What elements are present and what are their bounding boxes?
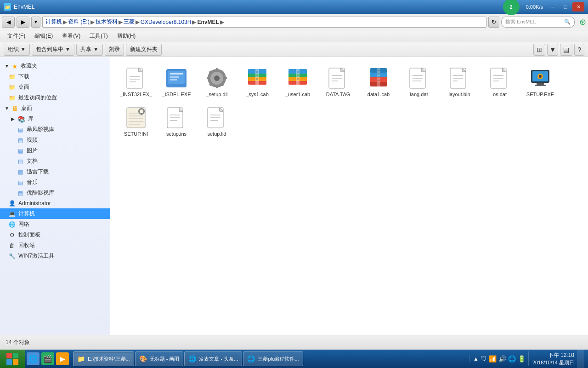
chevron-down-icon2: ▼ — [5, 106, 9, 111]
view-details-button[interactable]: ▼ — [547, 44, 558, 56]
sidebar: ▼ ★ 收藏夹 📁 下载 📁 桌面 📁 最近访问的位置 ▼ 🖥 桌面 ▶ 📚 库 — [0, 57, 110, 335]
pictures-icon: ▤ — [17, 147, 24, 155]
file-item[interactable]: _setup.dll — [198, 64, 235, 100]
clock-date: 2018/10/14 星期日 — [532, 359, 574, 366]
menu-edit[interactable]: 编辑(E) — [30, 31, 57, 41]
breadcrumb-gxdev[interactable]: GXDeveloper8.103H — [141, 19, 192, 25]
tray-network-icon[interactable]: 🌐 — [508, 355, 516, 362]
sidebar-library-group[interactable]: ▶ 📚 库 — [0, 114, 110, 124]
quick-launch-media[interactable]: 🎬 — [41, 352, 54, 365]
desktop-group-icon: 🖥 — [12, 105, 18, 112]
tray-security-icon[interactable]: 🛡 — [481, 355, 487, 362]
file-item[interactable]: setup.lid — [198, 104, 235, 140]
taskbar-label: 发表文章 - 头条... — [199, 356, 238, 362]
sidebar-item-youku[interactable]: ▤ 优酷影视库 — [0, 188, 110, 198]
sidebar-item-downloads[interactable]: 📁 下载 — [0, 71, 110, 82]
sidebar-item-storm-video[interactable]: ▤ 暴风影视库 — [0, 124, 110, 135]
sidebar-item-desktop[interactable]: 📁 桌面 — [0, 82, 110, 92]
svg-rect-16 — [207, 77, 210, 79]
file-icon-inst32i — [125, 67, 147, 89]
burn-button[interactable]: 刻录 — [105, 44, 124, 56]
folder-taskbar-icon: 📁 — [77, 355, 85, 362]
sidebar-item-documents[interactable]: ▤ 文档 — [0, 156, 110, 167]
file-item[interactable]: lang.dat — [401, 64, 437, 100]
share-button[interactable]: 共享 ▼ — [76, 44, 102, 56]
minimize-button[interactable]: ─ — [547, 2, 559, 12]
wifi-icon: ⊛ — [579, 17, 586, 27]
favorites-icon: ★ — [12, 63, 18, 70]
dropdown-button[interactable]: ▼ — [31, 17, 40, 28]
sidebar-item-thunder[interactable]: ▤ 迅雷下载 — [0, 167, 110, 177]
file-item[interactable]: data1.cab — [360, 64, 397, 100]
view-list-button[interactable]: ⊞ — [533, 44, 545, 56]
sidebar-library-label: 库 — [28, 115, 34, 123]
start-button[interactable] — [0, 350, 25, 368]
preview-pane-button[interactable]: ▤ — [560, 44, 572, 56]
help-button[interactable]: ? — [574, 44, 584, 56]
breadcrumb-tech[interactable]: 技术资料 — [96, 18, 118, 26]
file-item[interactable]: _ISDEL.EXE — [158, 64, 195, 100]
sidebar-item-music[interactable]: ▤ 音乐 — [0, 177, 110, 188]
taskbar-item-browser1[interactable]: 🌐 发表文章 - 头条... — [184, 351, 242, 366]
back-button[interactable]: ◀ — [2, 17, 15, 28]
clock[interactable]: 下午 12:10 2018/10/14 星期日 — [532, 351, 574, 366]
taskbar-item-browser2[interactable]: 🌐 三菱plc编程软件... — [243, 351, 303, 366]
sidebar-item-pictures[interactable]: ▤ 图片 — [0, 145, 110, 156]
sidebar-item-win7-tool[interactable]: 🔧 WIN7激活工具 — [0, 251, 110, 261]
sidebar-item-video[interactable]: ▤ 视频 — [0, 135, 110, 145]
file-item[interactable]: _INST32I.EX_ — [118, 64, 154, 100]
svg-rect-29 — [256, 78, 258, 80]
address-field[interactable]: 计算机 ▶ 资料 (E:) ▶ 技术资料 ▶ 三菱 ▶ GXDeveloper8… — [42, 17, 486, 28]
search-placeholder: 搜索 EnvMEL — [505, 18, 536, 25]
include-library-button[interactable]: 包含到库中 ▼ — [32, 44, 74, 56]
breadcrumb-mitsubishi[interactable]: 三菱 — [124, 18, 135, 26]
quick-launch-video[interactable]: ▶ — [56, 352, 69, 365]
menu-tools[interactable]: 工具(T) — [85, 31, 112, 41]
window-controls[interactable]: ─ □ ✕ — [547, 2, 584, 12]
svg-rect-104 — [13, 359, 18, 365]
file-item[interactable]: setup.ins — [158, 104, 195, 140]
file-item[interactable]: layout.bin — [441, 64, 478, 100]
organize-button[interactable]: 组织 ▼ — [4, 44, 30, 56]
file-item[interactable]: SETUP.EXE — [522, 64, 559, 100]
menu-view[interactable]: 查看(V) — [57, 31, 85, 41]
tray-sound-icon[interactable]: 🔊 — [498, 355, 506, 362]
file-name: _ISDEL.EXE — [162, 91, 191, 98]
file-item[interactable]: SETUP.INI — [118, 104, 154, 140]
file-icon-data1cab — [368, 67, 390, 89]
search-box[interactable]: 搜索 EnvMEL 🔍 — [501, 17, 575, 28]
tray-battery-icon[interactable]: 🔋 — [518, 355, 526, 362]
tray-arrow[interactable]: ▲ — [473, 356, 479, 362]
breadcrumb-drive[interactable]: 资料 (E:) — [68, 18, 90, 26]
sidebar-favorites-group[interactable]: ▼ ★ 收藏夹 — [0, 61, 110, 71]
sidebar-item-control-panel[interactable]: ⚙ 控制面板 — [0, 230, 110, 240]
breadcrumb-computer[interactable]: 计算机 — [45, 18, 62, 26]
close-button[interactable]: ✕ — [572, 2, 584, 12]
sidebar-item-recycle-bin[interactable]: 🗑 回收站 — [0, 240, 110, 251]
menu-help[interactable]: 帮助(H) — [113, 31, 141, 41]
show-desktop-button[interactable] — [577, 350, 584, 368]
menu-file[interactable]: 文件(F) — [3, 31, 30, 41]
search-icon: 🔍 — [564, 19, 571, 25]
sidebar-item-recent[interactable]: 📁 最近访问的位置 — [0, 92, 110, 103]
file-item[interactable]: _sys1.cab — [239, 64, 276, 100]
taskbar-item-explorer[interactable]: 📁 E:\技术资料\三菱... — [73, 351, 134, 366]
taskbar-label: 无标题 - 画图 — [150, 356, 180, 362]
sidebar-desktop-group[interactable]: ▼ 🖥 桌面 — [0, 103, 110, 114]
quick-launch-ie[interactable]: 🌐 — [27, 352, 40, 365]
taskbar-item-paint[interactable]: 🎨 无标题 - 画图 — [135, 351, 184, 366]
sidebar-item-computer[interactable]: 💻 计算机 — [0, 208, 110, 219]
file-name: setup.ins — [166, 131, 187, 137]
forward-button[interactable]: ▶ — [17, 17, 29, 28]
maximize-button[interactable]: □ — [560, 2, 571, 12]
file-item[interactable]: os.dat — [481, 64, 518, 100]
file-item[interactable]: _user1.cab — [279, 64, 316, 100]
sidebar-item-network[interactable]: 🌐 网络 — [0, 219, 110, 230]
svg-rect-15 — [216, 85, 218, 88]
tray-wifi-icon[interactable]: 📶 — [489, 355, 497, 362]
sidebar-item-administrator[interactable]: 👤 Administrator — [0, 198, 110, 208]
storm-video-icon: ▤ — [17, 126, 24, 133]
new-folder-button[interactable]: 新建文件夹 — [126, 44, 162, 56]
file-item[interactable]: DATA.TAG — [320, 64, 356, 100]
refresh-button[interactable]: ↻ — [488, 17, 499, 28]
